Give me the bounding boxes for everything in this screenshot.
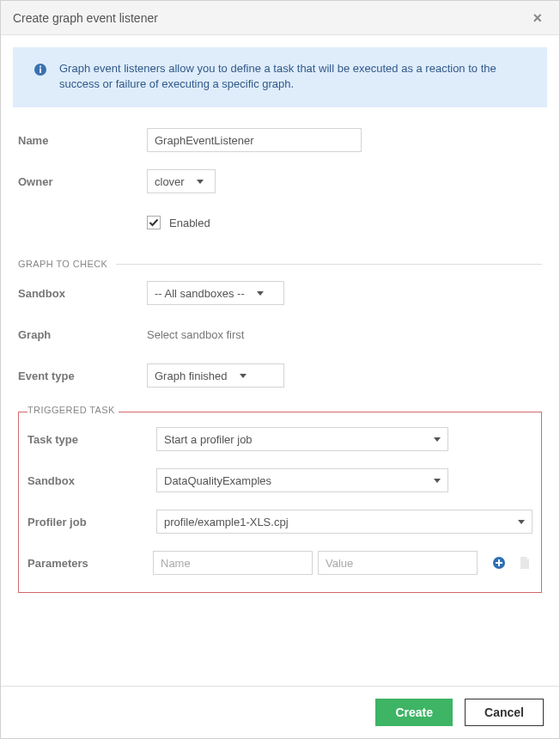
create-button[interactable]: Create	[375, 699, 453, 726]
cancel-button[interactable]: Cancel	[465, 699, 544, 726]
label-parameters: Parameters	[27, 557, 153, 570]
row-task-type: Task type Start a profiler job	[27, 422, 533, 456]
profiler-job-select[interactable]: profile/example1-XLS.cpj	[156, 510, 533, 534]
dialog-footer: Create Cancel	[1, 686, 559, 738]
label-event-type: Event type	[18, 370, 147, 382]
event-type-value: Graph finished	[155, 370, 228, 382]
section-graph-to-check: GRAPH TO CHECK	[18, 259, 542, 269]
check-icon	[149, 217, 159, 228]
event-type-select[interactable]: Graph finished	[147, 363, 284, 388]
owner-value: clover	[155, 175, 185, 188]
svg-rect-5	[496, 562, 502, 564]
task-sandbox-select[interactable]: DataQualityExamples	[156, 468, 448, 492]
caret-down-icon	[518, 520, 525, 524]
dialog-title: Create graph event listener	[13, 11, 527, 25]
close-icon[interactable]: ×	[527, 7, 547, 29]
param-value-input[interactable]	[318, 551, 478, 575]
param-name-input[interactable]	[153, 551, 313, 575]
profiler-job-value: profile/example1-XLS.cpj	[164, 516, 506, 528]
row-enabled: Enabled	[18, 205, 542, 240]
svg-rect-2	[40, 66, 41, 68]
label-name: Name	[18, 134, 147, 147]
name-input[interactable]	[147, 128, 362, 152]
caret-down-icon	[197, 180, 204, 184]
info-text: Graph event listeners allow you to defin…	[59, 62, 496, 90]
row-owner: Owner clover	[18, 164, 542, 198]
enabled-label: Enabled	[169, 217, 210, 229]
enabled-checkbox[interactable]	[147, 216, 161, 229]
task-sandbox-value: DataQualityExamples	[164, 474, 422, 487]
label-profiler-job: Profiler job	[27, 516, 156, 528]
row-task-sandbox: Sandbox DataQualityExamples	[27, 463, 533, 498]
label-task-sandbox: Sandbox	[27, 474, 156, 487]
row-name: Name	[18, 123, 542, 157]
titlebar: Create graph event listener ×	[1, 1, 559, 35]
info-banner: Graph event listeners allow you to defin…	[13, 47, 547, 107]
plus-circle-icon[interactable]	[491, 555, 507, 571]
row-event-type: Event type Graph finished	[18, 358, 542, 393]
section-triggered-task: TRIGGERED TASK	[27, 405, 533, 415]
dialog-body: Graph event listeners allow you to defin…	[1, 35, 559, 686]
row-sandbox: Sandbox -- All sandboxes --	[18, 276, 542, 310]
form: Name Owner clover	[13, 107, 547, 593]
sandbox-value: -- All sandboxes --	[155, 287, 245, 300]
caret-down-icon	[240, 374, 247, 378]
info-icon	[33, 63, 47, 76]
row-parameters: Parameters	[27, 546, 533, 580]
label-owner: Owner	[18, 175, 147, 188]
label-graph: Graph	[18, 328, 147, 341]
owner-select[interactable]: clover	[147, 169, 216, 193]
row-graph: Graph Select sandbox first	[18, 317, 542, 351]
graph-hint: Select sandbox first	[147, 328, 244, 341]
file-icon	[517, 555, 533, 571]
triggered-task-box: TRIGGERED TASK Task type Start a profile…	[18, 412, 542, 593]
section-graph-title: GRAPH TO CHECK	[18, 259, 107, 269]
section-task-title: TRIGGERED TASK	[27, 405, 119, 415]
task-type-select[interactable]: Start a profiler job	[156, 427, 448, 451]
dialog: Create graph event listener × Graph even…	[0, 0, 560, 739]
row-profiler-job: Profiler job profile/example1-XLS.cpj	[27, 504, 533, 539]
sandbox-select[interactable]: -- All sandboxes --	[147, 281, 284, 305]
caret-down-icon	[257, 291, 264, 296]
svg-rect-1	[40, 69, 41, 74]
label-task-type: Task type	[27, 433, 156, 446]
caret-down-icon	[434, 479, 441, 483]
caret-down-icon	[434, 437, 441, 442]
label-sandbox: Sandbox	[18, 287, 147, 300]
task-type-value: Start a profiler job	[164, 433, 422, 446]
